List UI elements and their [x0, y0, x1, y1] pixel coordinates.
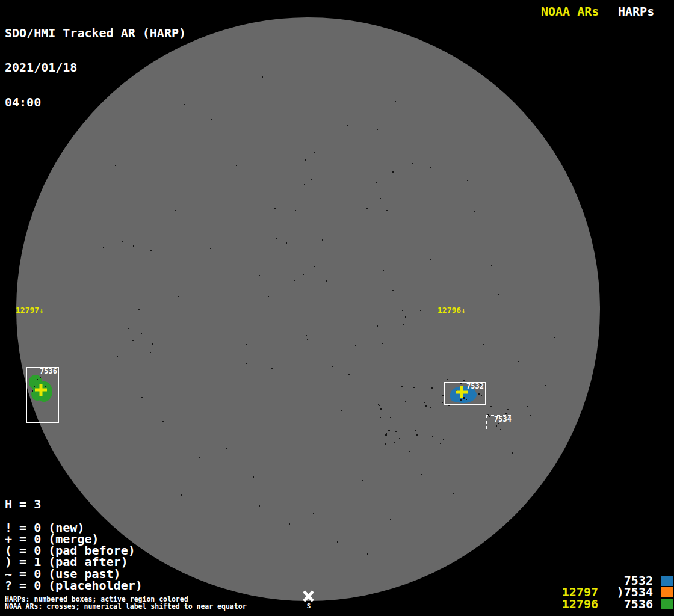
sunspot-speck [274, 208, 276, 209]
sunspot-speck [138, 309, 140, 310]
sunspot-speck [527, 406, 528, 407]
footnotes: HARPs: numbered boxes; active region col… [5, 596, 247, 610]
legend-color-swatch [661, 587, 673, 597]
sunspot-speck [385, 434, 387, 436]
sunspot-speck [412, 163, 413, 164]
harp-box-label: 7532 [466, 383, 484, 390]
time-label: 04:00 [5, 97, 186, 108]
sunspot-speck [128, 328, 129, 329]
legend-row: 127967536 [552, 598, 673, 609]
sunspot-speck [259, 505, 260, 507]
sunspot-speck [210, 248, 211, 249]
sunspot-speck [379, 405, 380, 406]
sunspot-speck [405, 401, 406, 402]
sunspot-speck [447, 379, 448, 380]
noaa-ar-equator-label: 12796↓ [437, 306, 466, 314]
sunspot-speck [453, 493, 454, 494]
sunspot-speck [385, 443, 386, 445]
sunspot-speck [498, 294, 499, 295]
sunspot-speck [150, 352, 151, 353]
sunspot-speck [311, 179, 312, 180]
sunspot-speck [490, 406, 492, 407]
sunspot-speck [392, 171, 394, 173]
legend-color-swatch [661, 576, 673, 586]
tracking-stats-block: H = 3 ! = 0 (new) + = 0 (merge) ( = 0 (p… [5, 499, 143, 591]
sunspot-speck [347, 125, 348, 126]
harps-header-label: HARPs [618, 6, 654, 17]
sunspot-speck [518, 361, 519, 362]
sunspot-speck [463, 380, 465, 381]
sunspot-speck [378, 404, 379, 405]
sunspot-speck [246, 363, 247, 364]
sunspot-speck [355, 345, 356, 346]
title-block: SDO/HMI Tracked AR (HARP) 2021/01/18 04:… [5, 4, 186, 132]
sunspot-speck [448, 405, 450, 406]
noaa-ars-header-label: NOAA ARs [541, 6, 599, 17]
page-title: SDO/HMI Tracked AR (HARP) [5, 28, 186, 39]
sunspot-speck [415, 430, 416, 431]
sunspot-speck [199, 457, 200, 458]
sunspot-speck [376, 182, 377, 183]
sunspot-speck [133, 245, 134, 247]
sunspot-speck [403, 324, 404, 325]
sunspot-speck [386, 433, 387, 434]
sunspot-speck [262, 76, 263, 78]
sunspot-speck [377, 325, 378, 327]
sunspot-speck [405, 316, 406, 318]
sunspot-speck [337, 541, 338, 543]
sunspot-speck [430, 407, 431, 408]
sunspot-speck [178, 296, 179, 297]
sunspot-speck [409, 451, 410, 452]
sunspot-speck [442, 402, 443, 403]
sunspot-speck [115, 165, 116, 166]
sunspot-speck [117, 356, 118, 357]
sunspot-speck [382, 343, 383, 344]
sunspot-speck [132, 340, 134, 341]
sunspot-speck [402, 310, 403, 311]
sunspot-speck [271, 368, 273, 369]
sunspot-speck [386, 210, 388, 211]
solar-map-viewport: SDO/HMI Tracked AR (HARP) 2021/01/18 04:… [0, 0, 674, 616]
sunspot-speck [253, 476, 254, 478]
sunspot-speck [367, 553, 368, 555]
sunspot-speck [420, 310, 421, 311]
sunspot-speck [383, 270, 384, 271]
sunspot-speck [380, 417, 381, 418]
sunspot-speck [150, 250, 152, 251]
harp-box-label: 7534 [494, 416, 512, 423]
sunspot-speck [294, 280, 295, 281]
sunspot-speck [392, 290, 394, 291]
sunspot-speck [362, 480, 363, 481]
harp-box: 7532 [444, 382, 486, 405]
sunspot-speck [314, 266, 315, 267]
sunspot-speck [348, 374, 350, 375]
sunspot-speck [303, 274, 304, 275]
noaa-ar-equator-label: 12797↓ [16, 306, 44, 314]
sunspot-speck [122, 241, 123, 242]
sunspot-speck [545, 385, 546, 386]
sunspot-speck [286, 242, 287, 244]
sunspot-speck [304, 184, 305, 185]
sunspot-speck [306, 335, 307, 336]
sunspot-speck [175, 210, 176, 211]
sunspot-speck [554, 337, 555, 338]
sunspot-speck [421, 474, 422, 475]
sunspot-speck [443, 439, 444, 440]
sunspot-speck [416, 434, 418, 436]
harp-box-label: 7536 [40, 368, 57, 375]
sunspot-speck [268, 296, 269, 297]
sunspot-speck [424, 402, 425, 403]
sunspot-speck [313, 513, 314, 514]
sunspot-speck [181, 494, 182, 496]
south-pole-label: S [305, 603, 313, 609]
sunspot-speck [307, 339, 308, 340]
sunspot-speck [430, 167, 431, 168]
sunspot-speck [314, 152, 315, 153]
sunspot-speck [413, 387, 415, 388]
sunspot-speck [259, 275, 260, 276]
sunspot-speck [226, 448, 227, 449]
sunspot-speck [395, 101, 396, 102]
sunspot-speck [141, 397, 143, 398]
sunspot-speck [380, 408, 382, 410]
sunspot-speck [377, 129, 378, 130]
